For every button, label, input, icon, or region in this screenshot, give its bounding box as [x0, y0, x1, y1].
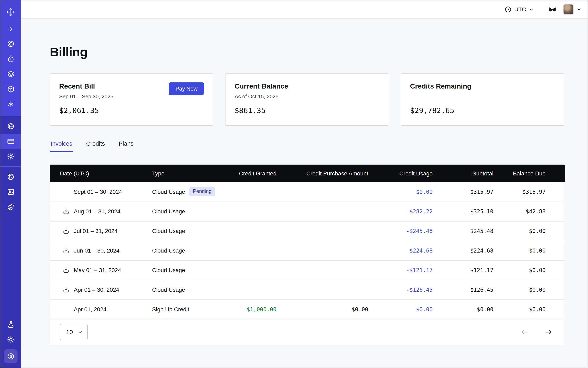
current-balance-card: Current Balance As of Oct 15, 2025 $861.… — [225, 74, 389, 126]
credit-usage-value: -$245.48 — [368, 221, 433, 241]
credit-usage-value: $0.00 — [368, 182, 433, 202]
invoice-type: Cloud Usage — [152, 208, 185, 215]
subtotal-value: $245.48 — [433, 221, 493, 241]
tab-invoices[interactable]: Invoices — [50, 136, 73, 152]
table-row: Apr 01, 2024 Sign Up Credit $1,000.00 $0… — [50, 299, 565, 319]
card-title: Recent Bill — [59, 83, 113, 91]
lifebuoy-icon — [7, 173, 15, 181]
column-header-credit-granted: Credit Granted — [217, 165, 276, 182]
download-invoice-button[interactable] — [62, 286, 70, 293]
invoice-type: Sign Up Credit — [152, 306, 189, 313]
download-icon — [62, 267, 70, 274]
sidebar-top-section — [0, 0, 21, 116]
invoice-date: Aug 01 – 31, 2024 — [74, 208, 120, 215]
credit-purchase-value — [276, 241, 368, 260]
sidebar-item-resources[interactable] — [0, 82, 21, 97]
image-icon — [7, 188, 15, 196]
app-window: UTC Billing Recent Bill — [0, 0, 588, 368]
column-header-balance-due: Balance Due — [493, 165, 565, 182]
credit-card-icon — [7, 138, 15, 145]
column-header-type: Type — [152, 165, 217, 182]
download-invoice-button[interactable] — [62, 267, 70, 274]
column-header-credit-usage: Credit Usage — [368, 165, 433, 182]
main-area: UTC Billing Recent Bill — [21, 0, 588, 368]
sidebar-logo[interactable] — [0, 2, 21, 21]
sidebar-item-timer[interactable] — [0, 51, 21, 66]
billing-page: Billing Recent Bill Sep 01 – Sep 30, 202… — [21, 19, 588, 368]
pagination — [519, 326, 554, 338]
sidebar-item-theme[interactable] — [0, 332, 21, 347]
credit-purchase-value — [276, 202, 368, 221]
card-title: Credits Remaining — [410, 83, 471, 91]
invoice-type: Cloud Usage — [152, 267, 185, 273]
balance-due-value: $0.00 — [493, 299, 565, 319]
previous-page-button[interactable] — [519, 326, 531, 338]
account-menu[interactable] — [563, 4, 582, 15]
credit-usage-value: $0.00 — [368, 299, 433, 319]
tab-plans[interactable]: Plans — [118, 136, 134, 152]
sidebar-divider — [0, 166, 21, 167]
invoice-type: Cloud Usage — [152, 247, 185, 254]
sidebar-item-launch[interactable] — [0, 200, 21, 215]
recent-bill-card: Recent Bill Sep 01 – Sep 30, 2025 Pay No… — [50, 74, 213, 126]
sidebar-item-settings[interactable] — [0, 149, 21, 164]
sidebar-item-billing[interactable] — [0, 134, 21, 149]
invoice-type: Cloud Usage — [152, 228, 185, 234]
download-icon — [62, 286, 70, 293]
credit-granted-value — [217, 182, 276, 202]
credit-granted-value — [217, 221, 276, 241]
subtotal-value: $121.17 — [433, 260, 493, 280]
next-page-button[interactable] — [543, 326, 554, 338]
download-icon — [62, 208, 70, 215]
column-header-date: Date (UTC) — [50, 165, 152, 182]
sidebar — [0, 0, 21, 368]
sidebar-item-labs[interactable] — [0, 317, 21, 332]
current-balance-amount: $861.35 — [235, 106, 380, 115]
sidebar-item-services[interactable] — [0, 97, 21, 112]
table-row: Aug 01 – 31, 2024 Cloud Usage -$282.22 — [50, 202, 565, 221]
target-icon — [7, 40, 15, 48]
billing-tabs: Invoices Credits Plans — [50, 136, 564, 152]
pay-now-button[interactable]: Pay Now — [169, 83, 204, 95]
download-invoice-button[interactable] — [62, 208, 70, 215]
download-invoice-button[interactable] — [62, 227, 70, 235]
credit-purchase-value — [276, 221, 368, 241]
invoice-date: May 01 – 31, 2024 — [74, 267, 121, 273]
glasses-button[interactable] — [548, 5, 557, 13]
asterisk-icon — [7, 100, 15, 108]
credit-usage-value: -$121.17 — [368, 260, 433, 280]
flask-icon — [7, 321, 15, 328]
layers-icon — [7, 70, 15, 78]
tab-credits[interactable]: Credits — [85, 136, 106, 152]
table-row: Jul 01 – 31, 2024 Cloud Usage -$245.48 — [50, 221, 565, 241]
avatar — [563, 4, 574, 15]
subtotal-value: $224.68 — [433, 241, 493, 260]
balance-due-value: $0.00 — [493, 241, 565, 260]
sidebar-item-support[interactable] — [0, 169, 21, 184]
sidebar-item-target[interactable] — [0, 36, 21, 51]
credit-usage-value: -$224.68 — [368, 241, 433, 260]
sidebar-item-layers[interactable] — [0, 66, 21, 82]
card-title: Current Balance — [235, 83, 288, 91]
sidebar-item-credits[interactable] — [4, 349, 18, 363]
table-footer: 10 — [50, 319, 564, 345]
table-header-row: Date (UTC) Type Credit Granted Credit Pu… — [50, 165, 565, 182]
credit-usage-value: -$126.45 — [368, 280, 433, 299]
page-title: Billing — [50, 45, 564, 60]
table-row: Sept 01 – 30, 2024 Cloud Usage Pending $… — [50, 182, 565, 202]
credit-granted-value — [217, 260, 276, 280]
sidebar-item-gallery[interactable] — [0, 184, 21, 200]
sidebar-item-usage[interactable] — [0, 119, 21, 134]
column-header-subtotal: Subtotal — [433, 165, 493, 182]
invoice-type: Cloud Usage — [152, 286, 185, 293]
invoice-table-body: Sept 01 – 30, 2024 Cloud Usage Pending $… — [50, 182, 565, 319]
invoice-date: Jul 01 – 31, 2024 — [74, 228, 118, 234]
download-invoice-button[interactable] — [62, 247, 70, 254]
chevron-down-icon — [77, 329, 83, 335]
chevron-down-icon — [528, 6, 534, 12]
balance-due-value: $0.00 — [493, 221, 565, 241]
timezone-selector[interactable]: UTC — [504, 6, 534, 13]
card-subtitle-empty — [410, 93, 471, 100]
sidebar-item-expand[interactable] — [0, 21, 21, 36]
page-size-select[interactable]: 10 — [60, 324, 88, 340]
